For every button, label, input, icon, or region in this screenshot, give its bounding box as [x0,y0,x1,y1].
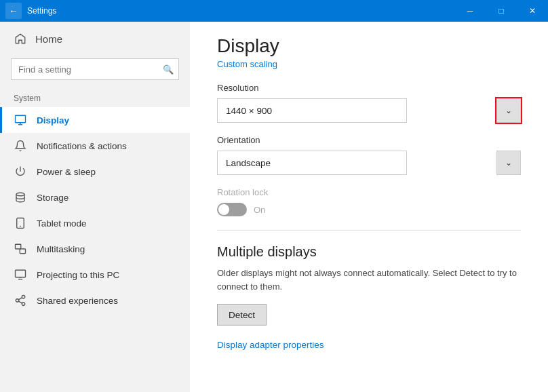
projecting-icon [14,269,27,281]
orientation-select[interactable]: Landscape Portrait Landscape (flipped) P… [217,151,407,175]
toggle-knob [218,204,229,215]
resolution-dropdown-arrow: ⌄ [496,98,521,123]
shared-icon [14,294,27,307]
adapter-link[interactable]: Display adapter properties [217,340,324,350]
sidebar-item-storage-label: Storage [37,193,68,203]
search-box: 🔍 [11,58,179,80]
page-title: Display [217,35,521,57]
sidebar-item-display[interactable]: Display [0,107,190,133]
power-icon [14,165,27,178]
storage-icon [14,191,27,203]
notifications-icon [14,140,27,152]
display-icon [14,114,27,126]
toggle-text: On [254,205,265,215]
svg-rect-6 [16,244,21,249]
svg-line-13 [18,298,22,300]
svg-point-11 [22,302,25,306]
svg-line-12 [18,301,22,303]
titlebar-controls: ─ □ ✕ [454,0,548,22]
sidebar-item-display-label: Display [37,115,69,125]
content-area: Display Custom scaling Resolution 1440 ×… [190,22,548,392]
toggle-row: On [217,203,521,216]
home-icon [14,33,27,45]
sidebar-item-notifications[interactable]: Notifications & actions [0,133,190,159]
search-icon: 🔍 [163,64,174,75]
maximize-button[interactable]: □ [486,0,517,22]
search-input[interactable] [11,58,179,80]
resolution-dropdown-wrapper: 1440 × 900 1920 × 1080 1280 × 800 1024 ×… [217,98,521,123]
svg-point-10 [16,299,19,302]
rotation-lock-toggle[interactable] [217,203,247,216]
sidebar-item-projecting-label: Projecting to this PC [37,270,119,280]
sidebar-item-power[interactable]: Power & sleep [0,159,190,184]
detect-button[interactable]: Detect [217,304,267,326]
sidebar-item-power-label: Power & sleep [37,167,96,177]
orientation-label: Orientation [217,135,521,145]
back-button[interactable]: ← [5,3,22,19]
sidebar: Home 🔍 System Display [0,22,190,392]
sidebar-item-notifications-label: Notifications & actions [37,141,127,151]
sidebar-item-tablet[interactable]: Tablet mode [0,210,190,236]
rotation-lock-section: Rotation lock On [217,187,521,216]
multitasking-icon [14,243,27,255]
sidebar-item-multitasking-label: Multitasking [37,244,85,254]
sidebar-item-storage[interactable]: Storage [0,184,190,210]
sidebar-item-projecting[interactable]: Projecting to this PC [0,262,190,288]
multiple-displays-title: Multiple displays [217,244,521,260]
svg-rect-7 [20,249,25,254]
sidebar-item-tablet-label: Tablet mode [37,218,87,229]
resolution-label: Resolution [217,83,521,93]
section-divider [217,230,521,231]
close-button[interactable]: ✕ [517,0,548,22]
svg-point-3 [16,193,24,196]
sidebar-item-multitasking[interactable]: Multitasking [0,236,190,262]
app-body: Home 🔍 System Display [0,22,548,392]
resolution-select[interactable]: 1440 × 900 1920 × 1080 1280 × 800 1024 ×… [217,98,407,123]
sidebar-item-shared[interactable]: Shared experiences [0,288,190,313]
svg-rect-0 [16,115,26,123]
titlebar: ← Settings ─ □ ✕ [0,0,548,22]
home-label: Home [35,33,62,45]
rotation-lock-label: Rotation lock [217,187,521,197]
sidebar-item-shared-label: Shared experiences [37,296,118,306]
orientation-dropdown-wrapper: Landscape Portrait Landscape (flipped) P… [217,151,521,175]
orientation-dropdown-arrow: ⌄ [496,151,521,175]
titlebar-title: Settings [27,6,56,16]
multiple-displays-desc: Older displays might not always connect … [217,267,521,293]
svg-rect-8 [16,270,26,277]
svg-point-9 [22,296,25,299]
sidebar-section-label: System [0,88,190,107]
minimize-button[interactable]: ─ [454,0,486,22]
custom-scaling-link[interactable]: Custom scaling [217,59,277,69]
sidebar-item-home[interactable]: Home [0,22,190,56]
tablet-icon [14,217,27,229]
